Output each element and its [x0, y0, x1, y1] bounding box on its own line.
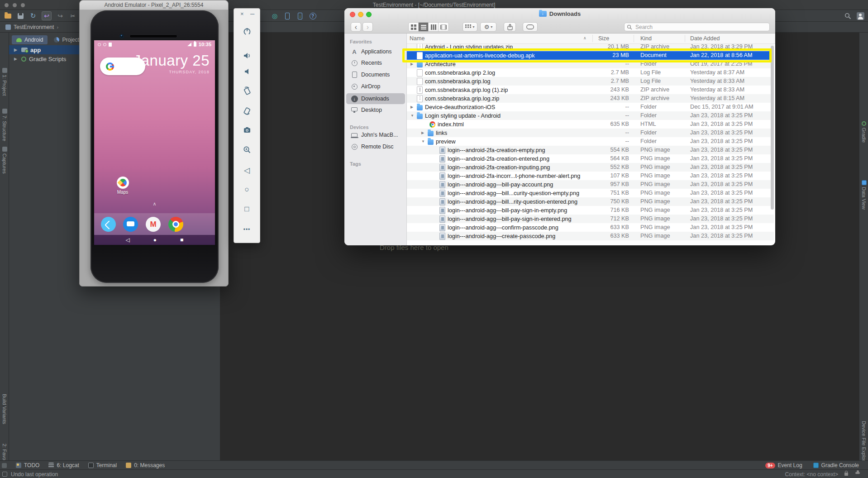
tool-strip-gradle[interactable]: Gradle [859, 121, 868, 143]
table-row[interactable]: ▶links--FolderJan 23, 2018 at 3:25 PM [407, 129, 774, 137]
disclosure-triangle-icon[interactable]: ▼ [410, 114, 417, 118]
table-row[interactable]: com.ssbnebraska.grip.log.zip243 KBZIP ar… [407, 94, 774, 103]
table-row[interactable]: login---android-2fa-creation-entered.png… [407, 154, 774, 163]
device-manager-icon[interactable] [283, 12, 291, 20]
avd-target-icon[interactable]: ◎ [271, 12, 279, 20]
tool-strip-captures[interactable]: Captures [0, 147, 9, 174]
more-icon[interactable]: ••• [242, 224, 253, 235]
toolwindow-switcher-icon[interactable] [2, 463, 7, 468]
table-row[interactable]: ▼preview--FolderJan 23, 2018 at 3:25 PM [407, 137, 774, 146]
table-row[interactable]: Android - Login styling updates.zip20.1 … [407, 44, 774, 51]
search-input[interactable] [634, 23, 766, 31]
disclosure-triangle-icon[interactable]: ▶ [410, 105, 417, 109]
hector-icon[interactable] [855, 472, 860, 474]
sidebar-item-desktop[interactable]: Desktop [346, 105, 405, 115]
lock-icon[interactable] [844, 473, 848, 476]
bottom-tab-6-logcat[interactable]: 6: Logcat [48, 462, 79, 468]
sidebar-item-airdrop[interactable]: AirDrop [346, 81, 405, 92]
undo-back-icon[interactable]: ↩ [42, 11, 52, 20]
view-grid-icon[interactable] [409, 23, 419, 31]
maps-app-shortcut[interactable]: Maps [110, 177, 135, 195]
disclosure-triangle-icon[interactable]: ▶ [410, 62, 417, 66]
sidebar-item-downloads[interactable]: ↓Downloads [346, 93, 405, 104]
search-everywhere-icon[interactable] [844, 12, 852, 20]
table-row[interactable]: login---android-2fa-creation-inputing.pn… [407, 163, 774, 172]
save-icon[interactable] [16, 12, 24, 20]
finder-titlebar[interactable]: ↓ Downloads [344, 8, 775, 20]
view-columns-icon[interactable] [429, 23, 439, 31]
breadcrumb[interactable]: TestEnvironment [14, 24, 54, 30]
view-coverflow-icon[interactable] [439, 23, 448, 31]
phone-app-icon[interactable] [101, 217, 116, 232]
column-header-kind[interactable]: Kind [640, 35, 652, 42]
user-avatar-icon[interactable] [856, 12, 864, 20]
sdk-manager-icon[interactable]: ↓ [296, 12, 304, 20]
power-icon[interactable] [242, 26, 253, 37]
table-row[interactable]: login---android-agg---bill-pay-sign-in-e… [407, 215, 774, 223]
table-row[interactable]: login---android-agg---confirm-passcode.p… [407, 223, 774, 232]
column-header-name[interactable]: Name [410, 35, 424, 42]
bottom-tab-gradle-console[interactable]: Gradle Console [813, 462, 859, 468]
zoom-icon[interactable] [242, 144, 253, 155]
tool-strip-7-structure[interactable]: 7: Structure [0, 109, 9, 141]
disclosure-triangle-icon[interactable]: ▼ [421, 139, 428, 143]
tool-strip-1-project[interactable]: 1: Project [0, 68, 9, 96]
table-row[interactable]: login---android-2fa-incorr...t-phone-num… [407, 172, 774, 180]
bottom-tab-event-log[interactable]: 9+Event Log [765, 462, 802, 468]
table-row[interactable]: ▶Architecture--FolderOct 19, 2017 at 2:2… [407, 60, 774, 68]
tool-strip-device-file-explorer[interactable]: Device File Explorer [859, 421, 868, 465]
app-drawer-chevron-icon[interactable]: ∧ [94, 201, 215, 207]
table-row[interactable]: login---android-agg---bill-pay-sign-in-e… [407, 206, 774, 215]
action-gear-button[interactable]: ⚙▾ [480, 22, 496, 32]
table-row[interactable]: login---android-agg---bill-pay-account.p… [407, 180, 774, 189]
gmail-app-icon[interactable]: M [146, 217, 161, 232]
cut-icon[interactable]: ✂ [69, 12, 77, 20]
help-icon[interactable]: ? [309, 12, 317, 20]
emulator-titlebar[interactable]: Android Emulator - Pixel_2_API_26:5554 [80, 0, 228, 10]
messages-app-icon[interactable] [123, 217, 138, 232]
table-row[interactable]: com.ssbnebraska.grip 2.log2.7 MBLog File… [407, 68, 774, 77]
back-button[interactable]: ‹ [351, 22, 361, 32]
share-button[interactable] [504, 22, 516, 32]
column-header-date-added[interactable]: Date Added [690, 35, 720, 42]
scrollbar-thumb[interactable] [771, 46, 774, 210]
chrome-app-icon[interactable] [168, 217, 183, 232]
expand-arrow-icon[interactable]: ▶ [14, 57, 19, 61]
group-by-button[interactable]: ▾ [463, 22, 477, 32]
nav-overview-icon[interactable]: ■ [180, 235, 183, 245]
screenshot-icon[interactable] [242, 124, 253, 135]
redo-forward-icon[interactable]: ↪ [56, 12, 64, 20]
sidebar-item-disc[interactable]: Remote Disc [346, 141, 405, 152]
sidebar-item-recents[interactable]: Recents [346, 57, 405, 68]
tab-android[interactable]: Android [12, 35, 48, 44]
tags-button[interactable] [523, 22, 538, 32]
open-folder-icon[interactable] [4, 12, 12, 20]
volume-up-icon[interactable] [242, 50, 253, 61]
sidebar-item-applications[interactable]: AApplications [346, 46, 405, 57]
table-row[interactable]: login---android-agg---bill...rity-questi… [407, 197, 774, 206]
table-row[interactable]: ▶Device-deauthorization-iOS--FolderDec 1… [407, 103, 774, 111]
nav-back-icon[interactable]: ◁ [126, 235, 130, 245]
volume-down-icon[interactable] [242, 66, 253, 77]
table-row[interactable]: index.html635 KBHTMLJan 23, 2018 at 3:25… [407, 120, 774, 129]
view-list-icon[interactable] [419, 23, 429, 31]
sidebar-item-laptop[interactable]: John's MacB... [346, 129, 405, 140]
rotate-left-icon[interactable] [242, 85, 253, 96]
sync-icon[interactable]: ↻ [29, 12, 37, 20]
back-icon[interactable]: ◁ [242, 165, 253, 176]
bottom-tab-terminal[interactable]: Terminal [88, 462, 117, 468]
tool-strip-build-variants[interactable]: Build Variants [0, 394, 9, 424]
emulator-screen[interactable]: 10:35 January 25 THURSDAY, 2018 Maps ∧ M [94, 40, 215, 245]
forward-button[interactable]: › [362, 22, 373, 32]
table-row[interactable]: application-uat-artemis-livecode-debug.a… [407, 51, 774, 60]
table-row[interactable]: login---android-agg---create-passcode.pn… [407, 232, 774, 240]
bottom-tab-0-messages[interactable]: 0: Messages [126, 462, 165, 468]
home-icon[interactable]: ○ [242, 184, 253, 195]
table-row[interactable]: com.ssbnebraska.grip.log (1).zip243 KBZI… [407, 86, 774, 94]
table-row[interactable]: login---android-agg---bill...curity-ques… [407, 189, 774, 197]
close-icon[interactable]: × [240, 10, 244, 17]
minimize-icon[interactable]: ─ [250, 10, 254, 17]
rotate-right-icon[interactable] [242, 105, 253, 116]
table-row[interactable]: ▼Login styling update - Android--FolderJ… [407, 111, 774, 120]
nav-home-icon[interactable]: ● [153, 235, 157, 245]
